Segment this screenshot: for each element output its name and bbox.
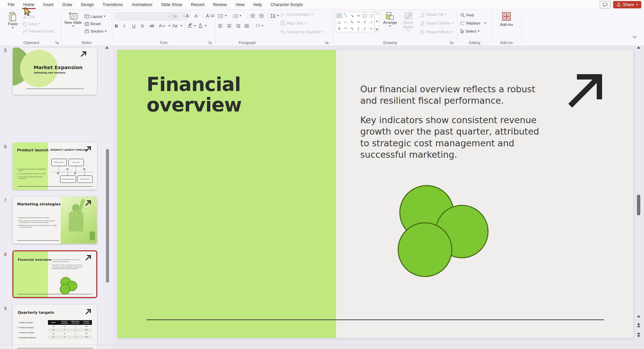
shape-star-icon[interactable]: ☆ xyxy=(370,27,373,31)
menu-tab-draw[interactable]: Draw xyxy=(58,0,76,9)
thumb9-table: QuarterRevenue growth (%)Market share in… xyxy=(48,320,92,339)
find-button[interactable]: Find xyxy=(460,12,474,18)
menu-tab-insert[interactable]: Insert xyxy=(39,0,58,9)
bullets-button[interactable] xyxy=(218,12,227,19)
thumb7-title: Marketing strategies xyxy=(17,202,61,206)
menu-tab-character-scripts[interactable]: Character Scripts xyxy=(266,0,308,9)
new-slide-button[interactable]: New Slide xyxy=(64,12,82,27)
shape-line-icon[interactable]: ╲ xyxy=(344,14,347,17)
menu-tab-record[interactable]: Record xyxy=(186,0,209,9)
slide-thumbnail-7[interactable]: Marketing strategies Implement personali… xyxy=(12,196,97,244)
align-left-button[interactable] xyxy=(218,22,223,29)
share-button[interactable]: Share xyxy=(613,1,641,8)
menu-tab-animations[interactable]: Animations xyxy=(127,0,157,9)
replace-icon: b c xyxy=(460,21,465,26)
thumbnail-scrollbar-thumb[interactable] xyxy=(106,149,109,283)
select-button[interactable]: Select xyxy=(460,28,480,35)
align-center-button[interactable] xyxy=(227,22,232,29)
thumbnail-scroll-up-icon[interactable] xyxy=(105,46,109,49)
replace-button[interactable]: b c Replace xyxy=(460,20,486,27)
reset-button[interactable]: Reset xyxy=(85,20,101,27)
numbering-button[interactable]: 123 xyxy=(233,12,241,19)
menu-tab-design[interactable]: Design xyxy=(76,0,98,9)
slide-thumbnail-6[interactable]: Product launch PRODUCT LAUNCH TIMELINE C… xyxy=(12,142,97,190)
justify-button[interactable] xyxy=(244,22,249,29)
clear-formatting-button[interactable]: A⌫ xyxy=(206,12,214,19)
shape-freeform-icon[interactable]: ↯ xyxy=(338,27,341,31)
slide-arrow-shape[interactable] xyxy=(567,73,604,109)
font-color-button[interactable]: A xyxy=(198,22,203,29)
align-right-button[interactable] xyxy=(235,22,240,29)
replace-dropdown-icon xyxy=(484,22,486,24)
canvas-scroll-up-icon[interactable] xyxy=(637,46,640,49)
menu-tab-view[interactable]: View xyxy=(231,0,249,9)
strikethrough-button[interactable]: ab xyxy=(150,22,157,29)
shape-triangle-icon[interactable]: △ xyxy=(338,20,340,24)
shape-rounded-rectangle-icon[interactable]: ▢ xyxy=(369,14,373,17)
section-button[interactable]: Section xyxy=(85,28,107,35)
thumb8-para1: Our financial overview reflects a robust… xyxy=(52,259,83,262)
slide-circles-shape[interactable] xyxy=(382,176,513,293)
clipboard-dialog-launcher[interactable] xyxy=(56,41,59,44)
shape-right-brace-icon[interactable]: } xyxy=(364,27,366,31)
shape-right-arrow-icon[interactable]: ⇨ xyxy=(357,20,360,24)
paste-button[interactable]: Paste xyxy=(5,12,20,29)
slide-thumbnail-8[interactable]: Financial overview Our financial overvie… xyxy=(12,250,97,298)
decrease-indent-button[interactable] xyxy=(250,12,255,19)
slide-title[interactable]: Financial overview xyxy=(147,74,241,115)
layout-button[interactable]: Layout xyxy=(85,13,106,20)
menu-tab-help[interactable]: Help xyxy=(249,0,266,9)
previous-slide-button[interactable] xyxy=(637,323,640,327)
highlight-color-button[interactable] xyxy=(187,22,193,29)
arrange-icon xyxy=(386,12,394,20)
shape-down-arrow-icon[interactable]: ⇩ xyxy=(363,20,366,24)
gallery-more-icon[interactable] xyxy=(376,29,378,31)
shape-textbox-icon[interactable]: A xyxy=(337,14,341,17)
bold-button[interactable]: B xyxy=(115,22,122,29)
menu-tab-file[interactable]: File xyxy=(3,0,19,9)
shape-elbow-connector-icon[interactable]: ⌐ xyxy=(344,20,346,24)
line-spacing-button[interactable] xyxy=(270,12,279,19)
thumb7-bullet: Collaborate with influencers and thought… xyxy=(18,225,59,228)
drawing-dialog-launcher[interactable] xyxy=(450,41,453,44)
editing-group-label: Editing xyxy=(459,41,490,45)
menu-tab-slideshow[interactable]: Slide Show xyxy=(157,0,186,9)
addins-button[interactable]: Add-ins xyxy=(496,12,517,27)
gallery-scroll-down-icon[interactable] xyxy=(376,21,378,22)
canvas-scroll-down-icon[interactable] xyxy=(637,316,640,318)
change-case-button[interactable]: Aa xyxy=(172,22,180,29)
shape-corner-icon[interactable]: ⌂ xyxy=(370,20,372,24)
shape-left-brace-icon[interactable]: { xyxy=(358,27,359,31)
italic-button[interactable]: I xyxy=(123,22,131,29)
shadow-button[interactable]: S xyxy=(141,22,148,29)
shape-curve-icon[interactable]: ∿ xyxy=(351,27,354,31)
underline-button[interactable]: U xyxy=(132,22,140,29)
arrange-button[interactable]: Arrange xyxy=(382,12,398,27)
convert-smartart-button: Convert to SmartArt xyxy=(280,29,324,35)
menu-tabs: File Home Insert Draw Design Transitions… xyxy=(0,0,307,9)
slide-bottom-rule[interactable] xyxy=(147,319,604,320)
slide-thumbnail-9[interactable]: Quarterly targets Market expansionProduc… xyxy=(12,304,97,349)
shapes-gallery[interactable]: A ╲ ↘ ▭ ◯ ▢ △ ⌐ ↳ ⇨ ⇩ ⌂ ↯ ◠ ∿ { } ☆ xyxy=(336,12,375,32)
slide-body-text[interactable]: Our financial overview reflects a robust… xyxy=(360,84,547,168)
grow-font-button[interactable]: Aˆ xyxy=(186,12,191,19)
increase-indent-button[interactable] xyxy=(259,12,264,19)
shape-oval-icon[interactable]: ◯ xyxy=(363,14,367,17)
shape-elbow-arrow-icon[interactable]: ↳ xyxy=(351,20,354,24)
thumb7-bullet: Tailor campaigns to resonate with specif… xyxy=(18,220,59,223)
menu-tab-review[interactable]: Review xyxy=(209,0,231,9)
next-slide-button[interactable] xyxy=(637,333,640,337)
quick-styles-icon xyxy=(404,12,413,20)
character-spacing-button[interactable]: A⇿ xyxy=(159,22,166,29)
comments-button[interactable] xyxy=(600,1,610,8)
slide-thumbnail-5[interactable]: Market Expansion Unlocking new horizons xyxy=(12,47,97,95)
shape-rectangle-icon[interactable]: ▭ xyxy=(357,14,360,17)
columns-button[interactable] xyxy=(256,22,264,29)
shape-arrow-icon[interactable]: ↘ xyxy=(351,14,354,17)
shrink-font-button[interactable]: Aˇ xyxy=(195,12,199,19)
shape-arc-icon[interactable]: ◠ xyxy=(344,27,347,31)
canvas-scrollbar-thumb[interactable] xyxy=(637,195,640,215)
character-spacing-dropdown-icon xyxy=(168,25,170,27)
menu-tab-transitions[interactable]: Transitions xyxy=(98,0,127,9)
collapse-ribbon-icon[interactable] xyxy=(633,36,637,39)
